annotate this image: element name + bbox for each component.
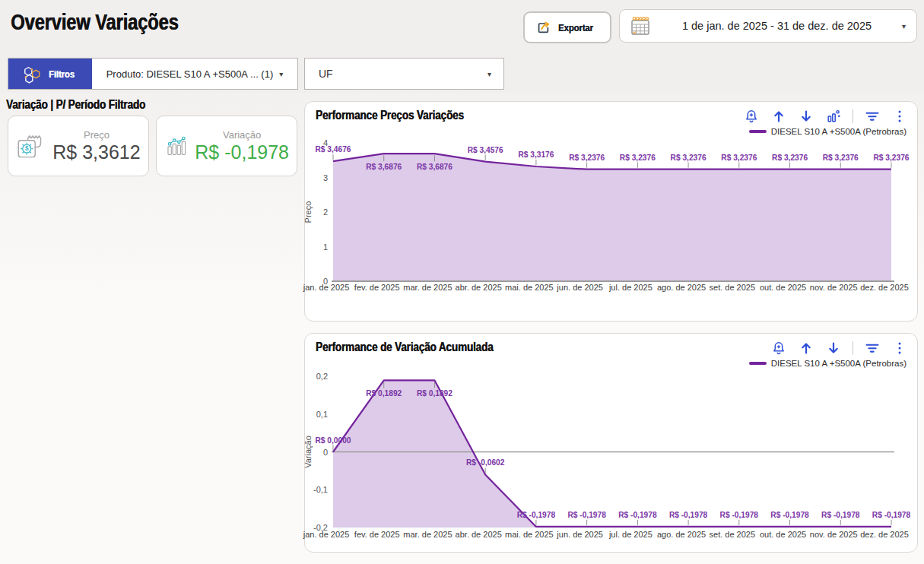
alarm-add-icon[interactable]: [770, 340, 787, 356]
export-button[interactable]: Exportar: [523, 11, 611, 43]
combo-chart-icon[interactable]: [825, 108, 842, 125]
arrow-up-icon[interactable]: [770, 108, 787, 125]
x-tick-label: set. de 2025: [710, 530, 756, 539]
date-range-picker[interactable]: 1 de jan. de 2025 - 31 de dez. de 2025 ▾: [619, 9, 917, 43]
export-label: Exportar: [558, 22, 593, 33]
price-label: Preço: [84, 129, 110, 141]
x-tick-label: nov. de 2025: [810, 283, 858, 292]
filters-label: Filtros: [49, 68, 75, 80]
toolbar-divider: [853, 341, 853, 355]
x-tick-label: jul. de 2025: [608, 530, 653, 539]
point-label: R$ 3,2376: [671, 154, 706, 162]
point-label: R$ 3,2376: [569, 154, 605, 162]
x-tick-label: fev. de 2025: [354, 283, 400, 292]
x-tick-label: abr. de 2025: [456, 283, 502, 292]
x-tick-label: out. de 2025: [760, 530, 806, 539]
chart-card-variacao: Performance de Variação Acumulada DIESEL…: [304, 333, 918, 553]
page-title: Overview Variações: [11, 10, 215, 35]
chevron-down-icon: ▾: [902, 22, 906, 30]
point-label: R$ -0,1978: [821, 511, 860, 519]
chart-card-precos: Performance Preços Variações DIESEL S10 …: [304, 101, 918, 322]
date-range-text: 1 de jan. de 2025 - 31 de dez. de 2025: [652, 20, 902, 32]
point-label: R$ -0,1978: [517, 511, 556, 519]
calendar-icon: [629, 14, 652, 37]
point-label: R$ -0,1978: [567, 511, 606, 519]
legend-line-swatch: [749, 130, 767, 133]
uf-dropdown-value: UF: [319, 68, 487, 80]
point-label: R$ -0,1978: [720, 511, 759, 519]
x-tick-label: mar. de 2025: [403, 530, 452, 539]
kebab-icon[interactable]: [891, 340, 908, 356]
filter-icon[interactable]: [864, 108, 881, 125]
x-tick-label: jul. de 2025: [608, 283, 653, 292]
y-axis-title: Preço: [303, 201, 313, 223]
point-label: R$ 0,1892: [366, 389, 402, 398]
filters-button[interactable]: Filtros: [8, 59, 92, 89]
x-tick-label: fev. de 2025: [354, 530, 400, 539]
svg-text:$: $: [25, 145, 29, 152]
y-tick-label: 2: [323, 208, 328, 217]
chart-title: Performance de Variação Acumulada: [316, 341, 525, 354]
variation-card: Variação R$ -0,1978: [156, 116, 297, 176]
point-label: R$ 3,2376: [823, 154, 859, 162]
variation-bars-icon: [163, 131, 192, 161]
price-receipt-icon: $: [14, 131, 49, 161]
price-card: $ Preço R$ 3,3612: [8, 116, 149, 176]
product-dropdown-value: Produto: DIESEL S10 A +S500A ... (1): [106, 68, 274, 80]
point-label: R$ 3,2376: [873, 154, 909, 162]
area-fill: [333, 154, 891, 281]
summary-heading: Variação | P/ Período Filtrado: [6, 98, 170, 112]
variation-label: Variação: [223, 129, 261, 141]
point-label: R$ 3,2376: [772, 154, 808, 162]
chart-title: Performance Preços Variações: [316, 109, 490, 122]
x-tick-label: mai. de 2025: [505, 283, 554, 292]
filter-group: Filtros Produto: DIESEL S10 A +S500A ...…: [8, 58, 298, 90]
point-label: R$ 3,3176: [518, 151, 554, 159]
x-tick-label: dez. de 2025: [860, 530, 909, 539]
point-label: R$ 3,2376: [620, 154, 656, 162]
export-icon: [535, 19, 552, 36]
point-label: R$ 3,4676: [315, 145, 351, 154]
chevron-down-icon: ▾: [279, 70, 283, 78]
arrow-down-icon[interactable]: [825, 340, 842, 356]
product-dropdown[interactable]: Produto: DIESEL S10 A +S500A ... (1) ▾: [92, 59, 297, 89]
kebab-icon[interactable]: [891, 108, 908, 125]
x-tick-label: abr. de 2025: [456, 530, 502, 539]
x-tick-label: out. de 2025: [760, 283, 806, 292]
chart-toolbar: [770, 340, 908, 356]
variation-value: R$ -0,1978: [195, 141, 289, 163]
x-tick-label: nov. de 2025: [810, 530, 858, 539]
filter-icon[interactable]: [864, 340, 881, 356]
alarm-add-icon[interactable]: [743, 108, 760, 125]
x-tick-label: set. de 2025: [710, 283, 756, 292]
x-tick-label: mar. de 2025: [403, 283, 452, 292]
chart-toolbar: [743, 108, 908, 125]
point-label: R$ 3,4576: [468, 146, 503, 154]
x-tick-label: jun. de 2025: [556, 530, 603, 539]
uf-dropdown[interactable]: UF ▾: [304, 58, 504, 90]
chevron-down-icon: ▾: [487, 70, 491, 78]
y-tick-label: 0,1: [316, 410, 328, 419]
point-label: R$ 3,6876: [366, 163, 402, 171]
point-label: R$ -0,0602: [466, 458, 505, 467]
point-label: R$ 0,1892: [417, 389, 452, 398]
point-label: R$ -0,1978: [770, 511, 809, 519]
x-tick-label: ago. de 2025: [657, 530, 706, 539]
area-chart-precos[interactable]: 43210Preçojan. de 2025fev. de 2025mar. d…: [305, 135, 919, 325]
x-tick-label: ago. de 2025: [657, 283, 706, 292]
point-label: R$ -0,1978: [872, 511, 911, 519]
arrow-up-icon[interactable]: [798, 340, 814, 356]
y-axis-title: Variação: [303, 436, 313, 468]
x-tick-label: dez. de 2025: [860, 283, 909, 292]
arrow-down-icon[interactable]: [798, 108, 814, 125]
y-tick-label: -0,1: [313, 485, 328, 494]
legend-line-swatch: [749, 362, 767, 365]
point-label: R$ -0,1978: [669, 511, 708, 519]
y-tick-label: 0: [323, 448, 328, 457]
point-label: R$ 3,2376: [721, 154, 757, 162]
area-chart-variacao[interactable]: 0,20,10-0,1-0,2Variaçãojan. de 2025fev. …: [305, 367, 919, 550]
y-tick-label: 3: [323, 173, 328, 182]
price-value: R$ 3,3612: [52, 141, 140, 163]
x-tick-label: jun. de 2025: [556, 283, 603, 292]
x-tick-label: jan. de 2025: [303, 283, 350, 292]
